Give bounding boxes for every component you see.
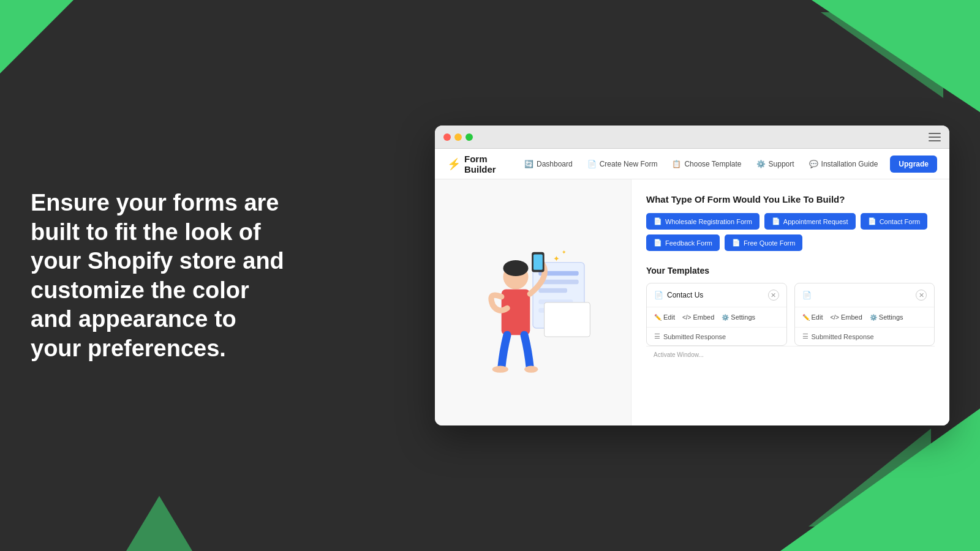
nav-choose-template-label: Choose Template — [684, 160, 741, 168]
activate-bar: Activate Window... — [646, 346, 935, 363]
nav-create-form-label: Create New Form — [600, 160, 658, 168]
bg-triangle-top-right-2 — [821, 12, 943, 98]
hamburger-line-3 — [929, 140, 941, 141]
form-type-wholesale-registration[interactable]: 📄 Wholesale Registration Form — [646, 213, 760, 230]
nav-item-choose-template[interactable]: 📋 Choose Template — [666, 156, 747, 172]
illustration-area: ✦ ✦ — [435, 179, 631, 425]
logo-icon: ⚡ — [447, 157, 461, 171]
svg-text:✦: ✦ — [562, 249, 567, 255]
submitted-icon-2: ☰ — [802, 332, 809, 340]
settings-label-2: Settings — [879, 313, 903, 321]
settings-label: Settings — [731, 313, 755, 321]
template-1-embed-button[interactable]: </> Embed — [682, 312, 719, 322]
svg-rect-11 — [533, 255, 543, 270]
svg-point-8 — [503, 260, 528, 276]
choose-template-icon: 📋 — [672, 160, 681, 168]
template-card-1-header: 📄 Contact Us ✕ — [647, 283, 786, 307]
bg-triangle-bottom-right-2 — [809, 429, 931, 527]
nav-installation-label: Installation Guide — [821, 160, 878, 168]
svg-text:✦: ✦ — [553, 254, 560, 263]
traffic-light-maximize[interactable] — [466, 133, 473, 141]
svg-rect-6 — [545, 302, 590, 337]
settings-icon: ⚙️ — [722, 314, 729, 321]
embed-label-2: Embed — [841, 313, 862, 321]
hamburger-menu[interactable] — [929, 133, 941, 141]
nav-item-dashboard[interactable]: 🔄 Dashboard — [518, 156, 579, 172]
wholesale-icon: 📄 — [654, 217, 662, 225]
svg-point-12 — [492, 366, 508, 373]
submitted-label-1: Submitted Response — [663, 333, 726, 340]
template-2-close-button[interactable]: ✕ — [916, 290, 927, 301]
app-name: Form Builder — [464, 154, 518, 174]
main-panel: What Type Of Form Would You Like To Buil… — [631, 179, 949, 425]
embed-label: Embed — [693, 313, 714, 321]
edit-label-2: Edit — [812, 313, 823, 321]
dashboard-icon: 🔄 — [524, 160, 533, 168]
edit-label: Edit — [663, 313, 675, 321]
nav-items: 🔄 Dashboard 📄 Create New Form 📋 Choose T… — [518, 156, 937, 173]
upgrade-button[interactable]: Upgrade — [890, 156, 937, 173]
form-type-contact-form[interactable]: 📄 Contact Form — [861, 213, 928, 230]
nav-item-installation-guide[interactable]: 💬 Installation Guide — [803, 156, 884, 172]
bg-triangle-top-left — [0, 0, 86, 86]
template-2-settings-button[interactable]: ⚙️ Settings — [870, 312, 908, 322]
form-type-question: What Type Of Form Would You Like To Buil… — [646, 194, 935, 204]
nav-support-label: Support — [769, 160, 794, 168]
template-1-close-button[interactable]: ✕ — [768, 290, 779, 301]
templates-grid: 📄 Contact Us ✕ ✏️ Edit </> Embed — [646, 283, 935, 346]
free-quote-icon: 📄 — [732, 239, 741, 247]
svg-point-13 — [524, 366, 538, 373]
bg-triangle-bottom-left — [123, 496, 196, 551]
template-card-1: 📄 Contact Us ✕ ✏️ Edit </> Embed — [646, 283, 787, 346]
template-card-2-header: 📄 ✕ — [795, 283, 935, 307]
template-card-1-name: 📄 Contact Us — [654, 291, 703, 299]
hamburger-line-1 — [929, 133, 941, 134]
hamburger-line-2 — [929, 137, 941, 138]
illustration-svg: ✦ ✦ — [459, 217, 606, 388]
submitted-label-2: Submitted Response — [812, 333, 874, 340]
form-type-feedback-form[interactable]: 📄 Feedback Form — [646, 234, 720, 251]
appointment-label: Appointment Request — [783, 218, 848, 225]
browser-chrome — [435, 126, 949, 149]
template-1-doc-icon: 📄 — [654, 291, 663, 299]
template-card-1-actions: ✏️ Edit </> Embed ⚙️ Settings — [647, 307, 786, 328]
feedback-label: Feedback Form — [665, 239, 712, 247]
installation-guide-icon: 💬 — [809, 160, 818, 168]
embed-icon-2: </> — [830, 314, 839, 321]
submitted-icon-1: ☰ — [654, 332, 660, 340]
template-2-doc-icon: 📄 — [802, 291, 812, 299]
support-icon: ⚙️ — [756, 160, 766, 168]
template-2-submitted-response[interactable]: ☰ Submitted Response — [795, 328, 935, 345]
hero-text: Ensure your forms are built to fit the l… — [31, 189, 288, 363]
svg-rect-3 — [538, 288, 567, 293]
template-card-2-name: 📄 — [802, 291, 815, 299]
template-1-submitted-response[interactable]: ☰ Submitted Response — [647, 328, 786, 345]
edit-icon-2: ✏️ — [802, 314, 810, 321]
feedback-icon: 📄 — [654, 239, 662, 247]
template-1-settings-button[interactable]: ⚙️ Settings — [722, 312, 760, 322]
template-2-embed-button[interactable]: </> Embed — [830, 312, 867, 322]
free-quote-label: Free Quote Form — [744, 239, 795, 247]
app-header: ⚡ Form Builder 🔄 Dashboard 📄 Create New … — [435, 149, 949, 179]
nav-item-support[interactable]: ⚙️ Support — [750, 156, 801, 172]
activate-label: Activate Window... — [654, 351, 704, 358]
template-card-2-actions: ✏️ Edit </> Embed ⚙️ Settings — [795, 307, 935, 328]
settings-icon-2: ⚙️ — [870, 314, 877, 321]
nav-item-create-new-form[interactable]: 📄 Create New Form — [581, 156, 664, 172]
form-type-appointment-request[interactable]: 📄 Appointment Request — [764, 213, 856, 230]
browser-window: ⚡ Form Builder 🔄 Dashboard 📄 Create New … — [435, 126, 949, 425]
app-content: ✦ ✦ What Type Of Form Would You Like To … — [435, 179, 949, 425]
template-card-2: 📄 ✕ ✏️ Edit </> Embed — [794, 283, 935, 346]
form-type-free-quote[interactable]: 📄 Free Quote Form — [725, 234, 802, 251]
traffic-light-minimize[interactable] — [454, 133, 462, 141]
form-types: 📄 Wholesale Registration Form 📄 Appointm… — [646, 213, 935, 251]
traffic-lights — [443, 133, 473, 141]
create-form-icon: 📄 — [587, 160, 597, 168]
appointment-icon: 📄 — [772, 217, 780, 225]
template-1-edit-button[interactable]: ✏️ Edit — [654, 312, 680, 322]
template-1-label: Contact Us — [667, 291, 703, 299]
traffic-light-close[interactable] — [443, 133, 451, 141]
contact-label: Contact Form — [880, 218, 921, 225]
embed-icon: </> — [682, 314, 691, 321]
template-2-edit-button[interactable]: ✏️ Edit — [802, 312, 828, 322]
